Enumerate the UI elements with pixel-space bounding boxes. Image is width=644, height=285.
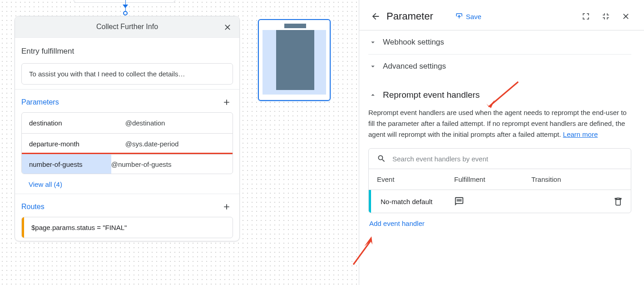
close-panel-icon[interactable] [620, 11, 631, 22]
delete-icon[interactable] [614, 197, 623, 206]
th-transition: Transition [531, 175, 623, 183]
prev-node-fragment [74, 0, 175, 3]
route-condition: $page.params.status = "FINAL" [24, 217, 134, 238]
event-handlers-table: Event Fulfillment Transition No-match de… [368, 148, 631, 213]
learn-more-link[interactable]: Learn more [563, 130, 598, 138]
parameter-row-number-of-guests[interactable]: number-of-guests @number-of-guests [21, 154, 233, 174]
table-row[interactable]: No-match default [369, 190, 631, 213]
panel-header: Parameter Save [368, 5, 631, 27]
webhook-settings-row[interactable]: Webhook settings [368, 30, 631, 55]
panel-title: Parameter [386, 10, 433, 22]
search-input[interactable] [392, 155, 623, 163]
add-parameter-button[interactable] [220, 96, 233, 109]
parameter-list: destination @destination departure-month… [21, 112, 233, 174]
entry-fulfillment-section: Entry fulfillment To assist you with tha… [15, 38, 239, 89]
page-title: Collect Further Info [96, 23, 158, 31]
flow-canvas[interactable]: Collect Further Info Entry fulfillment T… [0, 0, 359, 285]
right-panel: Parameter Save Webhook settings Advanced [359, 0, 644, 285]
search-row[interactable] [369, 149, 631, 169]
parameters-section: Parameters destination @destination depa… [15, 89, 239, 194]
routes-section: Routes $page.params.status = "FINAL" [15, 194, 239, 241]
close-icon[interactable] [221, 21, 234, 34]
table-header: Event Fulfillment Transition [369, 169, 631, 190]
routes-label[interactable]: Routes [21, 203, 45, 211]
chevron-down-icon [368, 38, 377, 47]
parameters-label[interactable]: Parameters [21, 98, 59, 106]
back-icon[interactable] [368, 9, 383, 24]
parameter-row-departure-month[interactable]: departure-month @sys.date-period [22, 134, 233, 155]
route-item[interactable]: $page.params.status = "FINAL" [21, 217, 233, 238]
advanced-label: Advanced settings [383, 62, 446, 71]
connector-endpoint [123, 11, 128, 15]
param-name: departure-month [29, 140, 125, 148]
advanced-settings-row[interactable]: Advanced settings [368, 55, 631, 78]
th-fulfillment: Fulfillment [454, 175, 531, 183]
expand-icon[interactable] [580, 11, 591, 22]
param-type: @destination [125, 119, 225, 127]
th-event: Event [377, 175, 454, 183]
save-button[interactable]: Save [455, 12, 481, 20]
parameter-row-destination[interactable]: destination @destination [22, 113, 233, 134]
view-all-link[interactable]: View all (4) [21, 174, 233, 191]
flow-minimap[interactable] [258, 19, 331, 101]
save-label: Save [466, 13, 481, 20]
param-type: @number-of-guests [111, 160, 212, 168]
reprompt-title: Reprompt event handlers [383, 90, 480, 100]
param-type: @sys.date-period [125, 140, 225, 148]
entry-fulfillment-text[interactable]: To assist you with that I need to collec… [21, 63, 233, 85]
collapse-icon[interactable] [600, 11, 611, 22]
add-event-handler-link[interactable]: Add event handler [368, 213, 631, 234]
chevron-up-icon [368, 90, 377, 100]
add-route-button[interactable] [220, 200, 233, 213]
message-icon [454, 196, 464, 206]
connector-arrowhead [123, 5, 128, 8]
minimap-top [284, 24, 306, 28]
chevron-down-icon [368, 62, 377, 71]
reprompt-heading[interactable]: Reprompt event handlers [368, 78, 631, 107]
entry-fulfillment-label[interactable]: Entry fulfillment [21, 45, 233, 58]
search-icon [377, 154, 386, 163]
minimap-node [276, 30, 314, 90]
page-card-header: Collect Further Info [15, 16, 239, 38]
row-event: No-match default [375, 198, 454, 205]
reprompt-description: Reprompt event handlers are used when th… [368, 107, 631, 148]
param-name: destination [29, 119, 125, 127]
webhook-label: Webhook settings [383, 38, 444, 47]
page-card[interactable]: Collect Further Info Entry fulfillment T… [15, 16, 240, 241]
param-name: number-of-guests [21, 154, 111, 174]
